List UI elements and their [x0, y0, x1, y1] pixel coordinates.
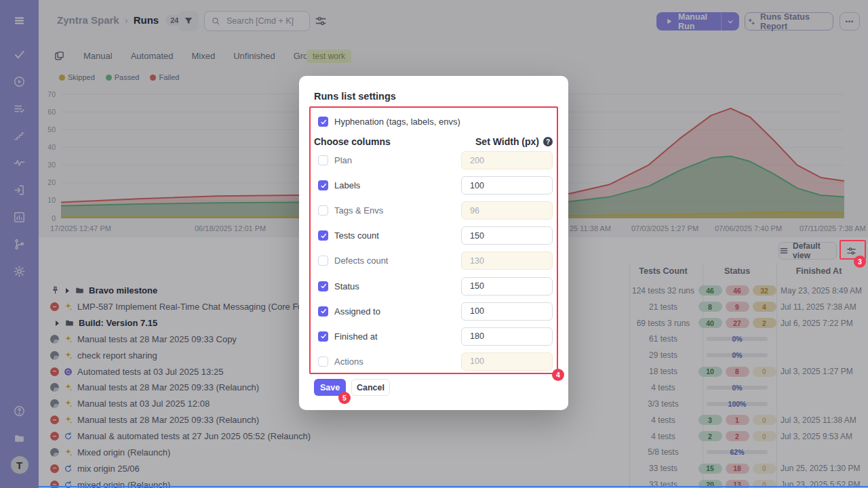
column-label-wrap: Labels [314, 180, 360, 190]
runs-list-settings-modal: Runs list settings Hyphenation (tags, la… [299, 76, 568, 410]
annotation-badge-4: 4 [552, 369, 564, 381]
column-label-wrap: Actions [314, 357, 363, 367]
column-checkbox-defects-count[interactable] [318, 256, 328, 266]
columns-header-row: Choose columns Set Width (px) ? [314, 136, 553, 147]
column-label-wrap: Finished at [314, 331, 378, 342]
column-checkbox-assigned-to[interactable] [318, 306, 328, 317]
column-setting-row: Finished at [314, 324, 553, 349]
column-label: Defects count [334, 256, 389, 266]
column-checkbox-tags-envs[interactable] [318, 205, 328, 216]
column-setting-row: Tests count [314, 223, 553, 248]
column-checkbox-finished-at[interactable] [318, 331, 328, 342]
column-label: Actions [334, 357, 363, 367]
annotation-badge-3: 3 [854, 256, 866, 268]
column-checkbox-status[interactable] [318, 281, 328, 291]
column-label: Status [334, 281, 359, 291]
hyphenation-row[interactable]: Hyphenation (tags, labels, envs) [318, 117, 460, 127]
annotation-badge-5: 5 [338, 392, 351, 404]
column-label-wrap: Plan [314, 155, 352, 165]
set-width-label: Set Width (px) [475, 136, 539, 147]
column-width-input-defects-count[interactable] [461, 251, 553, 270]
column-width-input-tests-count[interactable] [461, 226, 553, 245]
column-setting-row: Plan [314, 148, 553, 173]
column-setting-row: Labels [314, 173, 553, 198]
column-label-wrap: Defects count [314, 256, 389, 266]
column-setting-row: Tags & Envs [314, 198, 553, 223]
column-setting-row: Actions [314, 349, 553, 374]
column-label: Tests count [334, 230, 379, 241]
column-width-input-assigned-to[interactable] [461, 302, 553, 321]
modal-title: Runs list settings [314, 91, 396, 102]
column-label: Assigned to [334, 306, 380, 317]
column-checkbox-plan[interactable] [318, 155, 328, 165]
column-label: Finished at [334, 331, 378, 342]
column-checkbox-actions[interactable] [318, 357, 328, 367]
column-label-wrap: Tests count [314, 230, 379, 241]
column-label: Plan [334, 155, 352, 165]
column-width-input-status[interactable] [461, 277, 553, 296]
column-setting-row: Status [314, 273, 553, 298]
help-icon[interactable]: ? [543, 137, 553, 146]
column-checkbox-labels[interactable] [318, 180, 328, 190]
cancel-button[interactable]: Cancel [351, 379, 390, 396]
column-label: Tags & Envs [334, 205, 383, 216]
column-width-input-tags-envs[interactable] [461, 201, 553, 220]
column-label-wrap: Tags & Envs [314, 205, 383, 216]
column-settings-list: PlanLabelsTags & EnvsTests countDefects … [314, 148, 553, 374]
column-label: Labels [334, 180, 360, 190]
column-setting-row: Defects count [314, 248, 553, 273]
app-window: T Zyntra Spark › Runs 243 Manual Run Run… [0, 0, 868, 488]
column-label-wrap: Status [314, 281, 359, 291]
hyphenation-label: Hyphenation (tags, labels, envs) [334, 117, 460, 127]
column-label-wrap: Assigned to [314, 306, 380, 317]
column-checkbox-tests-count[interactable] [318, 230, 328, 241]
column-width-input-labels[interactable] [461, 176, 553, 195]
hyphenation-checkbox[interactable] [318, 117, 328, 127]
column-setting-row: Assigned to [314, 299, 553, 324]
column-width-input-actions[interactable] [461, 352, 553, 371]
column-width-input-finished-at[interactable] [461, 327, 553, 346]
column-width-input-plan[interactable] [461, 151, 553, 169]
choose-columns-label: Choose columns [314, 136, 391, 147]
window-edge-indicator [39, 486, 868, 488]
